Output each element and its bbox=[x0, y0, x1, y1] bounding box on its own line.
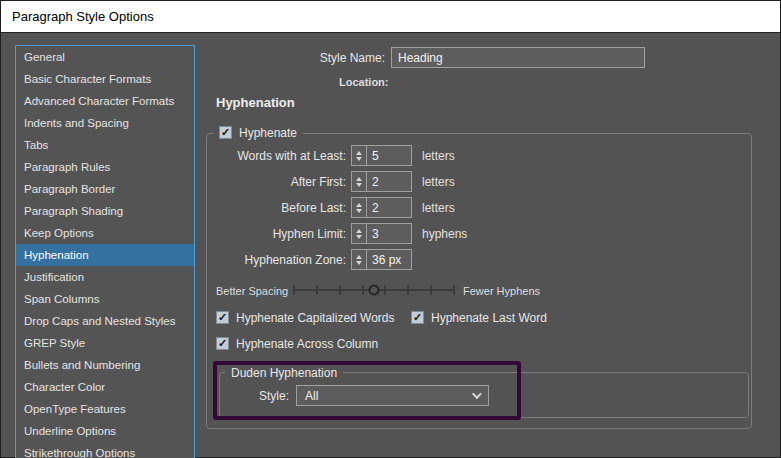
sidebar-item-paragraph-border[interactable]: Paragraph Border bbox=[16, 178, 194, 200]
sidebar-item-justification[interactable]: Justification bbox=[16, 266, 194, 288]
hyphenation-zone-input[interactable] bbox=[366, 249, 412, 270]
hyphenation-zone-spinner bbox=[351, 249, 412, 270]
dialog-body: General Basic Character Formats Advanced… bbox=[1, 33, 780, 457]
letters-suffix-label: letters bbox=[422, 175, 455, 189]
hyphenation-zone-row: Hyphenation Zone: bbox=[206, 249, 422, 270]
stepper-arrows-icon[interactable] bbox=[351, 145, 366, 166]
chevron-down-icon bbox=[472, 389, 482, 399]
style-name-label: Style Name: bbox=[299, 51, 385, 65]
fewer-hyphens-label: Fewer Hyphens bbox=[463, 285, 540, 297]
duden-style-dropdown[interactable]: All bbox=[296, 385, 489, 406]
hyphen-limit-input[interactable] bbox=[366, 223, 412, 244]
stepper-arrows-icon[interactable] bbox=[351, 223, 366, 244]
sidebar-item-advanced-character-formats[interactable]: Advanced Character Formats bbox=[16, 90, 194, 112]
after-first-input[interactable] bbox=[366, 171, 412, 192]
hyphenate-label: Hyphenate bbox=[239, 126, 297, 140]
panel-title: Hyphenation bbox=[216, 95, 295, 110]
words-with-at-least-label: Words with at Least: bbox=[206, 149, 346, 163]
stepper-arrows-icon[interactable] bbox=[351, 249, 366, 270]
checkbox-label: Hyphenate Last Word bbox=[431, 311, 547, 325]
letters-suffix-label: letters bbox=[422, 149, 455, 163]
words-with-at-least-input[interactable] bbox=[366, 145, 412, 166]
after-first-spinner bbox=[351, 171, 412, 192]
better-spacing-label: Better Spacing bbox=[216, 285, 288, 297]
sidebar-item-grep-style[interactable]: GREP Style bbox=[16, 332, 194, 354]
sidebar-item-tabs[interactable]: Tabs bbox=[16, 134, 194, 156]
duden-style-row: Style: All bbox=[231, 385, 489, 406]
hyphen-limit-spinner bbox=[351, 223, 412, 244]
hyphens-suffix-label: hyphens bbox=[422, 227, 467, 241]
before-last-spinner bbox=[351, 197, 412, 218]
sidebar-item-paragraph-rules[interactable]: Paragraph Rules bbox=[16, 156, 194, 178]
sidebar-item-span-columns[interactable]: Span Columns bbox=[16, 288, 194, 310]
paragraph-style-options-window: Paragraph Style Options General Basic Ch… bbox=[0, 0, 781, 458]
sidebar-item-paragraph-shading[interactable]: Paragraph Shading bbox=[16, 200, 194, 222]
sidebar-item-indents-and-spacing[interactable]: Indents and Spacing bbox=[16, 112, 194, 134]
check-icon: ✓ bbox=[413, 312, 422, 323]
before-last-input[interactable] bbox=[366, 197, 412, 218]
checkbox-label: Hyphenate Capitalized Words bbox=[236, 311, 395, 325]
window-title: Paragraph Style Options bbox=[12, 9, 154, 24]
sidebar-item-bullets-and-numbering[interactable]: Bullets and Numbering bbox=[16, 354, 194, 376]
checkbox-label: Hyphenate Across Column bbox=[236, 337, 378, 351]
check-icon: ✓ bbox=[221, 127, 230, 138]
sidebar-item-opentype-features[interactable]: OpenType Features bbox=[16, 398, 194, 420]
check-icon: ✓ bbox=[218, 312, 227, 323]
stepper-arrows-icon[interactable] bbox=[351, 197, 366, 218]
sidebar-item-strikethrough-options[interactable]: Strikethrough Options bbox=[16, 442, 194, 458]
hyphen-limit-row: Hyphen Limit: hyphens bbox=[206, 223, 467, 244]
hyphen-limit-label: Hyphen Limit: bbox=[206, 227, 346, 241]
before-last-row: Before Last: letters bbox=[206, 197, 455, 218]
hyphenate-capitalized-words-checkbox[interactable]: ✓ Hyphenate Capitalized Words bbox=[216, 310, 395, 325]
sidebar-item-keep-options[interactable]: Keep Options bbox=[16, 222, 194, 244]
location-label: Location: bbox=[339, 76, 389, 88]
words-with-at-least-row: Words with at Least: letters bbox=[206, 145, 455, 166]
hyphenation-zone-label: Hyphenation Zone: bbox=[206, 253, 346, 267]
sidebar-item-underline-options[interactable]: Underline Options bbox=[16, 420, 194, 442]
sidebar-item-general[interactable]: General bbox=[16, 46, 194, 68]
hyphenation-slider[interactable] bbox=[294, 282, 454, 298]
checkbox-box[interactable]: ✓ bbox=[411, 311, 424, 324]
sidebar-item-drop-caps-and-nested-styles[interactable]: Drop Caps and Nested Styles bbox=[16, 310, 194, 332]
checkbox-box[interactable]: ✓ bbox=[216, 311, 229, 324]
after-first-label: After First: bbox=[206, 175, 346, 189]
titlebar: Paragraph Style Options bbox=[1, 1, 780, 33]
duden-style-value: All bbox=[305, 389, 318, 403]
hyphenate-last-word-checkbox[interactable]: ✓ Hyphenate Last Word bbox=[411, 310, 547, 325]
sidebar-item-hyphenation[interactable]: Hyphenation bbox=[16, 244, 194, 266]
words-with-at-least-spinner bbox=[351, 145, 412, 166]
letters-suffix-label: letters bbox=[422, 201, 455, 215]
sidebar-item-basic-character-formats[interactable]: Basic Character Formats bbox=[16, 68, 194, 90]
checkbox-box[interactable]: ✓ bbox=[219, 126, 232, 139]
after-first-row: After First: letters bbox=[206, 171, 455, 192]
slider-thumb[interactable] bbox=[369, 285, 380, 296]
style-name-input[interactable] bbox=[391, 47, 645, 68]
before-last-label: Before Last: bbox=[206, 201, 346, 215]
sidebar-item-character-color[interactable]: Character Color bbox=[16, 376, 194, 398]
stepper-arrows-icon[interactable] bbox=[351, 171, 366, 192]
category-sidebar: General Basic Character Formats Advanced… bbox=[15, 45, 195, 458]
hyphenate-checkbox[interactable]: ✓ Hyphenate bbox=[213, 125, 303, 140]
check-icon: ✓ bbox=[218, 338, 227, 349]
duden-style-label: Style: bbox=[231, 389, 289, 403]
checkbox-box[interactable]: ✓ bbox=[216, 337, 229, 350]
duden-hyphenation-title: Duden Hyphenation bbox=[225, 364, 343, 381]
hyphenate-across-column-checkbox[interactable]: ✓ Hyphenate Across Column bbox=[216, 336, 378, 351]
